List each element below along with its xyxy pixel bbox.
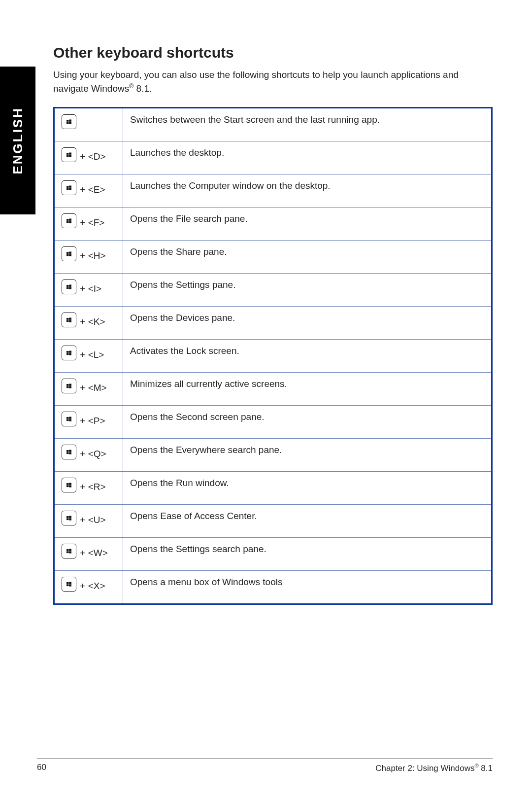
shortcut-key-cell: + <D> xyxy=(54,141,123,174)
shortcut-description: Opens the Devices pane. xyxy=(123,307,492,340)
svg-rect-56 xyxy=(66,582,69,584)
shortcut-description: Opens the File search pane. xyxy=(123,208,492,241)
shortcut-description: Launches the desktop. xyxy=(123,141,492,174)
svg-rect-53 xyxy=(69,549,71,551)
svg-rect-27 xyxy=(69,320,71,322)
shortcut-key-suffix: + <I> xyxy=(77,283,101,294)
svg-rect-25 xyxy=(69,318,71,320)
svg-rect-49 xyxy=(69,516,71,518)
svg-rect-45 xyxy=(69,483,71,485)
svg-rect-48 xyxy=(66,516,69,518)
svg-rect-26 xyxy=(66,320,69,322)
svg-rect-59 xyxy=(69,584,71,586)
svg-rect-41 xyxy=(69,450,71,452)
svg-rect-37 xyxy=(69,417,71,419)
windows-key-icon xyxy=(62,577,76,592)
svg-rect-7 xyxy=(69,155,71,157)
intro-paragraph: Using your keyboard, you can also use th… xyxy=(53,68,493,95)
svg-rect-21 xyxy=(69,285,71,287)
svg-rect-39 xyxy=(69,419,71,421)
table-row: + <I>Opens the Settings pane. xyxy=(54,274,492,307)
page-footer: 60 Chapter 2: Using Windows® 8.1 xyxy=(37,758,493,773)
svg-rect-5 xyxy=(69,153,71,155)
shortcut-key-cell: + <U> xyxy=(54,505,123,538)
windows-key-icon xyxy=(62,213,76,228)
table-row: + <X>Opens a menu box of Windows tools xyxy=(54,571,492,604)
windows-key-icon xyxy=(62,279,76,294)
svg-rect-46 xyxy=(66,485,69,487)
shortcut-description: Opens the Everywhere search pane. xyxy=(123,439,492,472)
shortcut-key-cell: + <X> xyxy=(54,571,123,604)
shortcut-key-cell xyxy=(54,108,123,141)
windows-key-icon xyxy=(62,180,76,195)
shortcut-key-suffix: + <F> xyxy=(77,217,104,228)
svg-rect-19 xyxy=(69,254,71,256)
svg-rect-34 xyxy=(66,386,69,388)
shortcut-key-suffix: + <R> xyxy=(77,482,106,492)
table-row: + <U>Opens Ease of Access Center. xyxy=(54,505,492,538)
svg-rect-11 xyxy=(69,188,71,190)
shortcut-key-cell: + <H> xyxy=(54,241,123,274)
svg-rect-35 xyxy=(69,386,71,388)
svg-rect-54 xyxy=(66,551,69,553)
shortcut-description: Opens the Run window. xyxy=(123,472,492,505)
svg-rect-58 xyxy=(66,584,69,586)
shortcut-key-cell: + <I> xyxy=(54,274,123,307)
svg-rect-42 xyxy=(66,452,69,454)
shortcut-key-suffix: + <K> xyxy=(77,316,105,327)
windows-key-icon xyxy=(62,412,76,426)
page-heading: Other keyboard shortcuts xyxy=(53,44,493,61)
shortcut-key-suffix: + <E> xyxy=(77,184,105,195)
svg-rect-2 xyxy=(66,122,69,124)
table-row: + <Q>Opens the Everywhere search pane. xyxy=(54,439,492,472)
svg-rect-51 xyxy=(69,518,71,520)
svg-rect-55 xyxy=(69,551,71,553)
shortcut-key-suffix: + <P> xyxy=(77,416,105,426)
svg-rect-20 xyxy=(66,285,69,287)
svg-rect-32 xyxy=(66,384,69,386)
shortcut-key-cell: + <F> xyxy=(54,208,123,241)
shortcut-description: Opens the Second screen pane. xyxy=(123,406,492,439)
svg-rect-12 xyxy=(66,219,69,221)
table-row: + <P>Opens the Second screen pane. xyxy=(54,406,492,439)
svg-rect-30 xyxy=(66,353,69,355)
svg-rect-57 xyxy=(69,582,71,584)
intro-text-post: 8.1. xyxy=(133,83,152,94)
svg-rect-47 xyxy=(69,485,71,487)
table-row: + <H>Opens the Share pane. xyxy=(54,241,492,274)
svg-rect-15 xyxy=(69,221,71,223)
shortcut-key-cell: + <W> xyxy=(54,538,123,571)
windows-key-icon xyxy=(62,379,76,393)
shortcut-key-suffix: + <L> xyxy=(77,349,104,360)
svg-rect-0 xyxy=(66,120,69,122)
svg-rect-33 xyxy=(69,384,71,386)
svg-rect-3 xyxy=(69,122,71,124)
page-content: Other keyboard shortcuts Using your keyb… xyxy=(53,44,493,605)
shortcut-description: Opens a menu box of Windows tools xyxy=(123,571,492,604)
shortcut-description: Launches the Computer window on the desk… xyxy=(123,174,492,208)
shortcut-description: Opens the Settings pane. xyxy=(123,274,492,307)
svg-rect-9 xyxy=(69,186,71,188)
svg-rect-4 xyxy=(66,153,69,155)
svg-rect-44 xyxy=(66,483,69,485)
shortcut-description: Opens the Settings search pane. xyxy=(123,538,492,571)
svg-rect-36 xyxy=(66,417,69,419)
svg-rect-31 xyxy=(69,353,71,355)
intro-text-pre: Using your keyboard, you can also use th… xyxy=(53,70,459,94)
svg-rect-52 xyxy=(66,549,69,551)
svg-rect-24 xyxy=(66,318,69,320)
windows-key-icon xyxy=(62,544,76,558)
table-row: + <F>Opens the File search pane. xyxy=(54,208,492,241)
windows-key-icon xyxy=(62,478,76,492)
table-row: + <W>Opens the Settings search pane. xyxy=(54,538,492,571)
shortcuts-table: Switches between the Start screen and th… xyxy=(53,107,493,605)
shortcut-description: Opens the Share pane. xyxy=(123,241,492,274)
language-tab-label: ENGLISH xyxy=(10,107,26,174)
shortcut-description: Minimizes all currently active screens. xyxy=(123,373,492,406)
table-row: + <K>Opens the Devices pane. xyxy=(54,307,492,340)
windows-key-icon xyxy=(62,114,76,129)
svg-rect-38 xyxy=(66,419,69,421)
shortcut-description: Switches between the Start screen and th… xyxy=(123,108,492,141)
svg-rect-14 xyxy=(66,221,69,223)
windows-key-icon xyxy=(62,445,76,459)
